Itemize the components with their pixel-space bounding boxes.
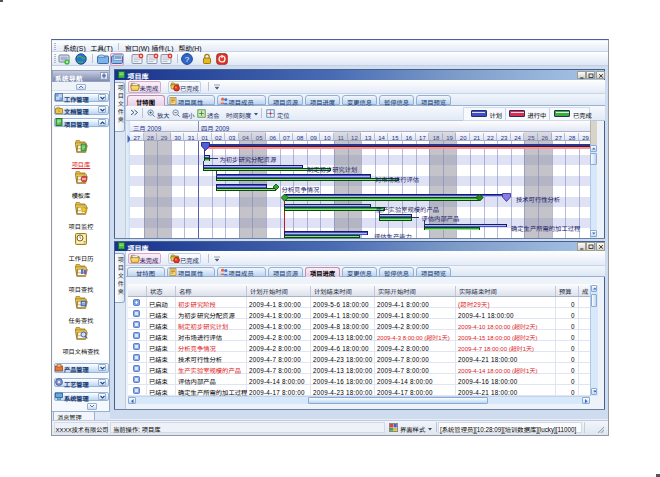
svg-text:?: ?	[185, 55, 190, 64]
